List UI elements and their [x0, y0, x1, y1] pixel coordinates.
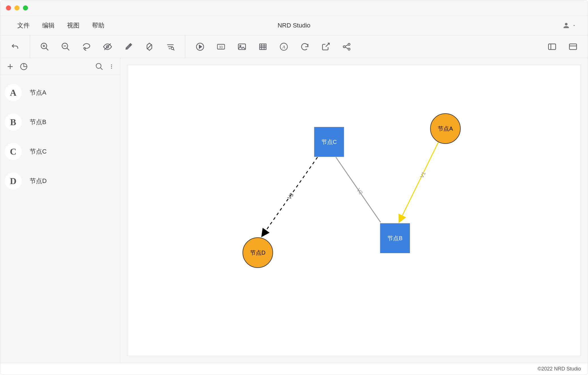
menu-file[interactable]: 文件 — [17, 21, 30, 30]
node-label: 节点C — [30, 147, 47, 156]
edge-v1 — [399, 136, 441, 222]
svg-line-35 — [345, 47, 348, 49]
svg-line-12 — [147, 44, 152, 49]
svg-line-10 — [126, 44, 131, 50]
svg-rect-38 — [569, 44, 577, 50]
list-item[interactable]: C 节点C — [0, 137, 120, 166]
table-button[interactable] — [257, 41, 269, 53]
node-type-icon: D — [5, 172, 22, 189]
refresh-button[interactable] — [299, 41, 311, 53]
filter-button[interactable] — [164, 41, 177, 53]
graph-node-d[interactable]: 节点D — [243, 237, 273, 268]
more-vertical-icon — [109, 62, 114, 71]
zoom-in-button[interactable] — [38, 41, 51, 53]
lasso-button[interactable] — [80, 41, 93, 53]
graph-node-b[interactable]: 节点B — [380, 223, 410, 253]
graph-edges: V1 V2 V3 — [127, 65, 581, 356]
toolbar: 3D A — [0, 35, 588, 58]
panel-right-icon — [568, 42, 578, 52]
chevron-down-icon — [572, 23, 576, 28]
node-type-icon: C — [5, 143, 22, 160]
graph-node-label: 节点B — [387, 235, 402, 242]
node-type-icon: B — [5, 114, 22, 131]
user-icon — [562, 22, 570, 29]
menu-bar: 文件 编辑 视图 帮助 NRD Studio — [0, 16, 588, 35]
toggle-right-panel-button[interactable] — [567, 41, 579, 53]
list-item[interactable]: D 节点D — [0, 166, 120, 196]
app-title: NRD Studio — [278, 22, 310, 29]
image-button[interactable] — [236, 41, 248, 53]
status-bar: ©2022 NRD Studio — [0, 363, 588, 375]
sidebar-toolbar — [0, 58, 120, 75]
close-window-button[interactable] — [6, 5, 11, 10]
graph-node-a[interactable]: 节点A — [430, 113, 461, 144]
minimize-window-button[interactable] — [14, 5, 20, 10]
zoom-out-button[interactable] — [59, 41, 72, 53]
table-icon — [258, 42, 268, 52]
node-label: 节点D — [30, 177, 47, 185]
graph-node-label: 节点A — [438, 125, 453, 133]
eye-off-icon — [103, 42, 112, 52]
graph-node-c[interactable]: 节点C — [314, 127, 344, 157]
open-external-button[interactable] — [319, 41, 332, 53]
maximize-window-button[interactable] — [23, 5, 28, 10]
play-button[interactable] — [194, 41, 206, 53]
canvas[interactable]: V1 V2 V3 节点A 节点B 节点C 节点D — [127, 65, 581, 356]
sidebar-more-button[interactable] — [109, 62, 114, 71]
workspace: A 节点A B 节点B C 节点C D 节点D — [0, 58, 588, 363]
svg-line-17 — [173, 49, 174, 50]
clear-style-button[interactable] — [143, 41, 156, 53]
play-icon — [195, 42, 205, 52]
zoom-out-icon — [61, 42, 70, 52]
edge-v3 — [262, 157, 317, 236]
sidebar-search-button[interactable] — [95, 62, 104, 71]
svg-line-1 — [46, 48, 48, 50]
svg-point-47 — [111, 68, 112, 69]
canvas-pane: V1 V2 V3 节点A 节点B 节点C 节点D — [120, 58, 588, 363]
3d-icon: 3D — [216, 42, 226, 52]
menu-view[interactable]: 视图 — [67, 21, 80, 30]
svg-line-44 — [100, 67, 103, 70]
node-label: 节点B — [30, 118, 46, 126]
pie-chart-icon — [20, 62, 28, 71]
text-style-button[interactable]: A — [278, 41, 290, 53]
panel-left-icon — [547, 42, 557, 52]
brush-button[interactable] — [122, 41, 135, 53]
graph-node-label: 节点D — [250, 249, 265, 257]
svg-rect-36 — [548, 44, 556, 50]
lasso-icon — [82, 42, 91, 52]
brush-icon — [124, 42, 133, 52]
svg-point-7 — [84, 47, 85, 49]
share-button[interactable] — [340, 41, 353, 53]
list-item[interactable]: B 节点B — [0, 107, 120, 137]
add-node-button[interactable] — [6, 62, 14, 71]
account-menu[interactable] — [562, 22, 576, 29]
app-window: 文件 编辑 视图 帮助 NRD Studio — [0, 0, 588, 375]
search-icon — [95, 62, 104, 71]
menu-edit[interactable]: 编辑 — [42, 21, 55, 30]
menu-help[interactable]: 帮助 — [92, 21, 104, 30]
svg-text:3D: 3D — [219, 45, 223, 48]
image-icon — [237, 42, 247, 52]
traffic-lights — [6, 5, 28, 10]
list-item[interactable]: A 节点A — [0, 78, 120, 107]
toggle-left-panel-button[interactable] — [546, 41, 558, 53]
text-a-icon: A — [279, 42, 289, 52]
edge-v2 — [336, 157, 381, 222]
svg-text:A: A — [282, 44, 285, 49]
sidebar: A 节点A B 节点B C 节点C D 节点D — [0, 58, 120, 363]
share-icon — [342, 42, 351, 52]
svg-rect-24 — [260, 44, 266, 50]
zoom-in-icon — [40, 42, 50, 52]
svg-line-5 — [67, 48, 69, 50]
svg-point-45 — [111, 64, 112, 65]
filter-search-icon — [166, 42, 175, 52]
chart-button[interactable] — [20, 62, 28, 71]
view-3d-button[interactable]: 3D — [215, 41, 227, 53]
visibility-button[interactable] — [101, 41, 114, 53]
plus-icon — [6, 62, 14, 71]
edge-label-v3: V3 — [286, 192, 295, 201]
edge-label-v1: V1 — [419, 171, 427, 179]
undo-button[interactable] — [9, 41, 21, 53]
svg-point-43 — [96, 63, 101, 68]
